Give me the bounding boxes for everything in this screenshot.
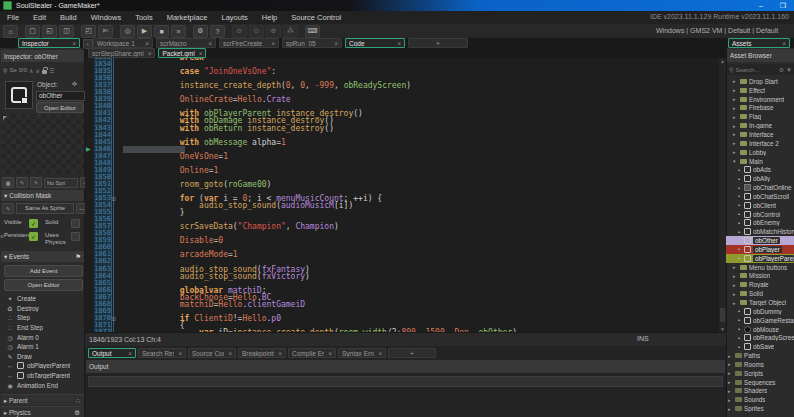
tab-sprun-05[interactable]: spRun_05×: [282, 38, 342, 48]
tree-arrow-icon[interactable]: ▸: [728, 361, 733, 367]
tree-arrow-icon[interactable]: ▸: [733, 87, 738, 93]
output-tab-source-control[interactable]: Source Control×: [188, 348, 236, 358]
tree-arrow-icon[interactable]: ▸: [728, 388, 733, 394]
code-line[interactable]: 1864 audio_stop_sound(fxVictory): [85, 273, 719, 280]
asset-obplayerparent[interactable]: •obPlayerParent: [726, 254, 794, 263]
collision-mask-header[interactable]: ▾ Collision Mask: [1, 190, 84, 201]
physics-section[interactable]: ▸ Physics ⚙: [1, 406, 84, 417]
code-area[interactable]: 1833 break18341835 case "JoinOneVsOne":1…: [85, 58, 719, 332]
asset-rooms[interactable]: ▸Rooms: [726, 360, 794, 369]
tree-arrow-icon[interactable]: ▸: [733, 149, 738, 155]
asset-obmatchhistory[interactable]: •obMatchHistory: [726, 227, 794, 236]
asset-obsave[interactable]: •obSave: [726, 342, 794, 351]
tree-arrow-icon[interactable]: ▸: [733, 264, 738, 270]
asset-paths[interactable]: ▸Paths: [726, 351, 794, 360]
tree-arrow-icon[interactable]: ▸: [728, 353, 733, 359]
asset-obgamerestart[interactable]: •obGameRestart: [726, 316, 794, 325]
tree-arrow-icon[interactable]: ▸: [728, 379, 733, 385]
new-icon[interactable]: ▢: [25, 25, 40, 38]
asset-scripts[interactable]: ▸Scripts: [726, 369, 794, 378]
tree-arrow-icon[interactable]: ▸: [733, 78, 738, 84]
asset-obdummy[interactable]: •obDummy: [726, 307, 794, 316]
asset-mission[interactable]: ▸Mission: [726, 272, 794, 281]
fold-icon[interactable]: ⊟: [112, 315, 116, 322]
tab-scrmacro[interactable]: scrMacro×: [156, 38, 216, 48]
zoom-out-icon[interactable]: ⊖: [232, 25, 247, 38]
code-line[interactable]: 1855 }: [85, 209, 719, 216]
lock-icon[interactable]: [42, 70, 47, 74]
open-editor-button[interactable]: Open Editor: [4, 279, 83, 291]
asset-main[interactable]: ▾Main: [726, 157, 794, 166]
close-icon[interactable]: ×: [208, 40, 212, 47]
solid-checkbox[interactable]: [71, 219, 80, 228]
output-tab-breakpoints[interactable]: Breakpoints×: [238, 348, 286, 358]
asset-obmouse[interactable]: •obMouse: [726, 325, 794, 334]
search-prev-icon[interactable]: ∧: [29, 67, 33, 74]
menu-tools[interactable]: Tools: [128, 11, 160, 24]
panel-collapse-handle[interactable]: «: [0, 233, 4, 240]
close-icon[interactable]: ×: [72, 40, 76, 47]
close-icon[interactable]: ×: [128, 350, 132, 357]
asset-obally[interactable]: •obAlly: [726, 174, 794, 183]
asset-search-placeholder[interactable]: Search...: [735, 67, 759, 73]
scroll-up-icon[interactable]: ▲: [719, 58, 726, 64]
save-icon[interactable]: ◫: [59, 25, 74, 38]
tab-workspace-1[interactable]: Workspace 1×: [93, 38, 153, 48]
tree-arrow-icon[interactable]: ▸: [733, 273, 738, 279]
asset-flag[interactable]: ▸Flag: [726, 112, 794, 121]
event-step[interactable]: ∴Step: [2, 313, 83, 323]
code-line[interactable]: 1843 with obReturn instance_destroy(): [85, 125, 719, 132]
event-draw[interactable]: ✎Draw: [2, 352, 83, 362]
close-icon[interactable]: ×: [334, 40, 338, 47]
file-tab-packet-gml[interactable]: Packet.gml×: [158, 48, 206, 58]
tree-arrow-icon[interactable]: ▸: [733, 123, 738, 129]
event-create[interactable]: ✦Create: [2, 294, 83, 304]
close-icon[interactable]: ×: [278, 350, 282, 357]
gear-icon[interactable]: ⚙: [779, 66, 784, 73]
asset-solid[interactable]: ▸Solid: [726, 289, 794, 298]
clean-icon[interactable]: ✄: [98, 25, 113, 38]
menu-build[interactable]: Build: [53, 11, 84, 24]
search-icon[interactable]: ⚲: [729, 66, 733, 73]
tree-arrow-icon[interactable]: ▸: [733, 140, 738, 146]
event-alarm-1[interactable]: ◷Alarm 1: [2, 342, 83, 352]
asset-drop-start[interactable]: ▸Drop Start: [726, 77, 794, 86]
menu-icon[interactable]: ☰: [49, 67, 54, 74]
home-icon[interactable]: ⌂: [3, 25, 18, 38]
package-icon[interactable]: ◰: [81, 25, 96, 38]
tree-arrow-icon[interactable]: ▸: [728, 406, 733, 412]
sprite-preview-area[interactable]: [1, 114, 84, 174]
settings-icon[interactable]: ⚙: [193, 25, 208, 38]
tab-assets[interactable]: Assets ×: [728, 38, 790, 48]
close-icon[interactable]: ×: [328, 350, 332, 357]
tree-arrow-icon[interactable]: ▸: [733, 131, 738, 137]
edit-mask-icon[interactable]: ✎: [2, 203, 14, 214]
minimize-button[interactable]: –: [752, 0, 770, 11]
scrollbar-thumb[interactable]: [720, 308, 725, 322]
tree-arrow-icon[interactable]: ▸: [733, 114, 738, 120]
tree-arrow-icon[interactable]: ▸: [733, 96, 738, 102]
new-tab-button[interactable]: +: [408, 38, 468, 48]
close-icon[interactable]: ×: [199, 50, 203, 57]
tab-code[interactable]: Code×: [345, 38, 405, 48]
laptop-icon[interactable]: ⌨: [305, 25, 320, 38]
asset-effect[interactable]: ▸Effect: [726, 86, 794, 95]
open-editor-button[interactable]: Open Editor: [36, 102, 84, 113]
stop-icon[interactable]: ■: [154, 25, 169, 38]
asset-sequences[interactable]: ▸Sequences: [726, 378, 794, 387]
tree-arrow-icon[interactable]: ▸: [733, 105, 738, 111]
asset-target-object[interactable]: ▸Target Object: [726, 298, 794, 307]
output-filter-field[interactable]: [88, 376, 723, 387]
object-preview[interactable]: [5, 81, 33, 109]
edit-sprite-icon[interactable]: ✎: [16, 177, 28, 188]
asset-obcontrol[interactable]: •obControl: [726, 210, 794, 219]
asset-obchatscroll[interactable]: •obChatScroll: [726, 192, 794, 201]
menu-source-control[interactable]: Source Control: [284, 11, 348, 24]
output-tab-output[interactable]: Output×: [88, 348, 136, 358]
close-icon[interactable]: ×: [397, 40, 401, 47]
asset-obenemy[interactable]: •obEnemy: [726, 219, 794, 228]
file-tab-scrstepshare-gml[interactable]: scrStepShare.gml×: [88, 48, 155, 58]
asset-environment[interactable]: ▸Environment: [726, 95, 794, 104]
tree-arrow-icon[interactable]: ▸: [733, 282, 738, 288]
close-icon[interactable]: ×: [148, 50, 152, 57]
